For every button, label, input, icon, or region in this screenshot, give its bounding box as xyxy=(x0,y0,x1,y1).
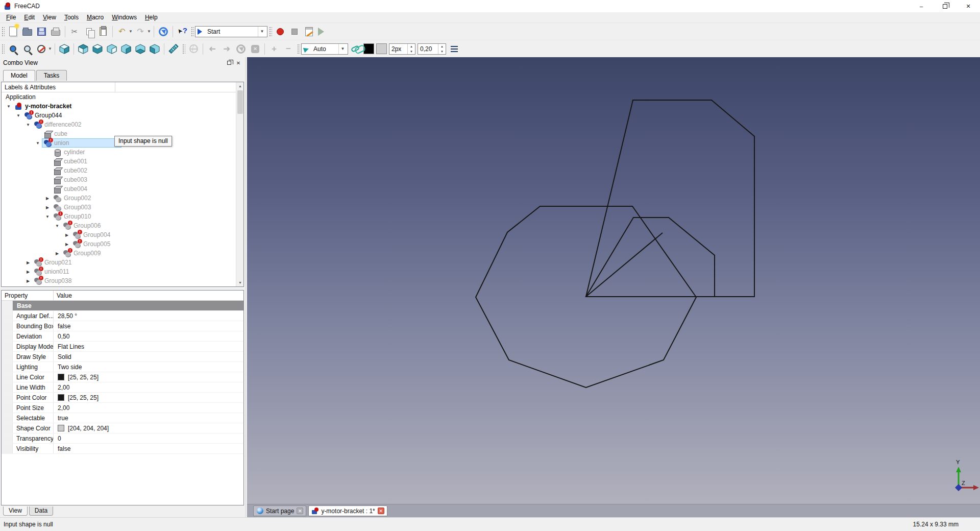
scroll-up-arrow[interactable]: ▲ xyxy=(236,82,244,90)
property-row-lighting[interactable]: LightingTwo side xyxy=(2,362,243,372)
tree-expander[interactable]: ▼ xyxy=(14,113,22,118)
tree-item-Group038[interactable]: ▶!Group038 xyxy=(2,276,243,285)
view-front-button[interactable] xyxy=(77,42,90,56)
tree-expander[interactable]: ▶ xyxy=(63,233,71,237)
view-right-button[interactable] xyxy=(105,42,118,56)
fit-selection-button[interactable] xyxy=(20,42,34,56)
menu-item-view[interactable]: View xyxy=(39,13,60,22)
restore-button[interactable] xyxy=(933,0,957,12)
undo-dropdown[interactable]: ▼ xyxy=(128,29,133,34)
spinner-arrows[interactable]: ▲▼ xyxy=(438,44,446,54)
property-row-point-size[interactable]: Point Size2,00 xyxy=(2,403,243,413)
menu-item-help[interactable]: Help xyxy=(141,13,162,22)
tree-item-Group009[interactable]: ▶!Group009 xyxy=(2,249,243,258)
float-panel-button[interactable] xyxy=(225,59,234,67)
tree-expander[interactable]: ▼ xyxy=(34,141,42,146)
tree-item-cube001[interactable]: cube001 xyxy=(2,157,243,166)
view-left-button[interactable] xyxy=(148,42,161,56)
tree-item-union011[interactable]: ▶!union011 xyxy=(2,267,243,276)
scroll-thumb[interactable] xyxy=(237,90,243,114)
property-row-bounding-box[interactable]: Bounding Boxfalse xyxy=(2,321,243,331)
property-value[interactable]: Solid xyxy=(54,353,71,360)
property-value[interactable]: 2,00 xyxy=(54,384,69,391)
view-isometric-button[interactable] xyxy=(58,42,71,56)
new-document-button[interactable] xyxy=(6,25,19,38)
draft-tray-menu-button[interactable] xyxy=(448,42,461,56)
tree-expander[interactable]: ▶ xyxy=(24,260,32,265)
property-group-base[interactable]: Base xyxy=(2,301,243,311)
property-value[interactable]: Two side xyxy=(54,364,82,371)
close-tab-icon[interactable]: ✕ xyxy=(297,508,303,514)
tree-expander[interactable]: ▶ xyxy=(43,205,52,210)
tree-item-cube003[interactable]: cube003 xyxy=(2,175,243,184)
macro-stop-button[interactable] xyxy=(288,25,301,38)
tree-item-Group021[interactable]: ▶!Group021 xyxy=(2,258,243,267)
macro-play-button[interactable] xyxy=(316,25,330,38)
tree-expander[interactable]: ▶ xyxy=(43,196,52,201)
tree-scrollbar[interactable]: ▲ ▼ xyxy=(236,82,243,286)
save-button[interactable] xyxy=(35,25,48,38)
face-color-swatch[interactable] xyxy=(376,43,387,54)
menu-item-file[interactable]: File xyxy=(2,13,20,22)
redo-dropdown[interactable]: ▼ xyxy=(146,29,152,34)
macro-edit-button[interactable] xyxy=(302,25,315,38)
tree-expander[interactable]: ▼ xyxy=(43,214,52,219)
tree-expander[interactable]: ▶ xyxy=(24,279,32,283)
toolbar-handle[interactable] xyxy=(1,26,5,37)
property-row-shape-color[interactable]: Shape Color[204, 204, 204] xyxy=(2,423,243,433)
property-value[interactable]: true xyxy=(54,415,68,422)
draft-construction-mode-button[interactable] xyxy=(349,42,362,56)
zoom-in-button[interactable]: + xyxy=(267,42,281,56)
close-panel-button[interactable]: ✕ xyxy=(234,59,243,67)
nav-stop-button[interactable]: ✕ xyxy=(249,42,262,56)
refresh-button[interactable] xyxy=(157,25,170,38)
property-value[interactable]: [204, 204, 204] xyxy=(54,425,109,432)
macro-record-button[interactable] xyxy=(274,25,287,38)
tree-expander[interactable]: ▶ xyxy=(24,270,32,274)
property-row-display-mode[interactable]: Display ModeFlat Lines xyxy=(2,342,243,352)
tree-expander[interactable]: ▶ xyxy=(53,251,61,256)
toolbar-handle[interactable] xyxy=(1,43,5,55)
tab-data[interactable]: Data xyxy=(29,506,53,516)
tree-item-Group003[interactable]: ▶Group003 xyxy=(2,203,243,212)
toolbar-handle[interactable] xyxy=(268,26,272,37)
property-value[interactable]: false xyxy=(54,445,70,452)
toolbar-handle[interactable] xyxy=(190,26,194,37)
draw-style-button[interactable] xyxy=(35,42,48,56)
menu-item-macro[interactable]: Macro xyxy=(83,13,108,22)
view-rear-button[interactable] xyxy=(119,42,133,56)
toolbar-handle[interactable] xyxy=(297,43,300,55)
nav-back-button[interactable]: ➜ xyxy=(206,42,219,56)
line-width-field[interactable]: 2px ▲▼ xyxy=(389,43,415,55)
property-row-point-color[interactable]: Point Color[25, 25, 25] xyxy=(2,393,243,403)
text-scale-field[interactable]: 0,20 ▲▼ xyxy=(418,43,446,55)
close-button[interactable]: ✕ xyxy=(957,0,980,12)
property-row-deviation[interactable]: Deviation0,50 xyxy=(2,331,243,342)
whats-this-button[interactable] xyxy=(176,25,189,38)
property-row-line-color[interactable]: Line Color[25, 25, 25] xyxy=(2,372,243,382)
tab-view[interactable]: View xyxy=(3,506,28,516)
tree-item-Group005[interactable]: ▶!Group005 xyxy=(2,239,243,249)
redo-button[interactable]: ↷ xyxy=(134,25,147,38)
view-bottom-button[interactable] xyxy=(134,42,147,56)
close-tab-icon[interactable]: ✕ xyxy=(378,508,384,514)
property-row-selectable[interactable]: Selectabletrue xyxy=(2,413,243,423)
tree-expander[interactable]: ▼ xyxy=(24,123,32,127)
nav-refresh-button[interactable] xyxy=(234,42,248,56)
undo-button[interactable]: ↶ xyxy=(115,25,129,38)
tree-item-Group002[interactable]: ▶Group002 xyxy=(2,194,243,203)
open-button[interactable] xyxy=(20,25,34,38)
spinner-arrows[interactable]: ▲▼ xyxy=(407,44,415,54)
tree-item-Group010[interactable]: ▼!Group010 xyxy=(2,212,243,221)
zoom-out-button[interactable]: − xyxy=(282,42,295,56)
property-value[interactable]: 2,00 xyxy=(54,404,69,412)
tree-item-cube004[interactable]: cube004 xyxy=(2,184,243,194)
minimize-button[interactable]: – xyxy=(910,0,933,12)
property-row-transparency[interactable]: Transparency0 xyxy=(2,433,243,444)
web-home-button[interactable] xyxy=(187,42,200,56)
property-row-line-width[interactable]: Line Width2,00 xyxy=(2,382,243,393)
tab-document[interactable]: y-motor-bracket : 1* ✕ xyxy=(308,505,387,516)
tree-item-Group004[interactable]: ▶!Group004 xyxy=(2,230,243,239)
tree-item-cube002[interactable]: cube002 xyxy=(2,166,243,175)
tree-expander[interactable]: ▼ xyxy=(5,104,13,109)
